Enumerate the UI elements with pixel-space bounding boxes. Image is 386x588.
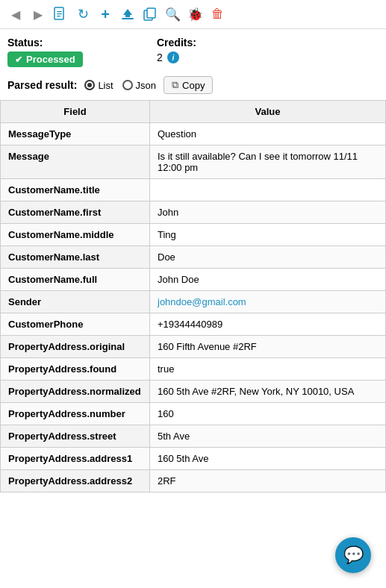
copy-button[interactable]: ⧉ Copy — [164, 76, 213, 94]
credits-info-icon[interactable]: i — [167, 51, 179, 63]
svg-rect-1 — [57, 11, 62, 12]
table-cell-value: true — [150, 358, 386, 381]
email-link[interactable]: johndoe@gmail.com — [158, 296, 246, 307]
table-row: CustomerName.fullJohn Doe — [1, 269, 386, 291]
radio-json-circle — [122, 80, 133, 90]
svg-rect-5 — [125, 15, 130, 17]
radio-list[interactable]: List — [84, 80, 113, 91]
svg-rect-8 — [147, 8, 155, 18]
table-cell-field: CustomerName.first — [1, 201, 150, 224]
table-cell-value: 5th Ave — [150, 425, 386, 448]
table-cell-value: Is it still available? Can I see it tomo… — [150, 146, 386, 179]
copy-button-icon: ⧉ — [172, 79, 178, 91]
radio-list-label: List — [98, 80, 113, 91]
table-cell-field: PropertyAddress.street — [1, 425, 150, 448]
svg-marker-4 — [123, 9, 132, 15]
table-cell-value: 160 Fifth Avenue #2RF — [150, 336, 386, 358]
data-table: Field Value MessageTypeQuestionMessageIs… — [0, 100, 386, 492]
table-row: PropertyAddress.address22RF — [1, 470, 386, 492]
table-row: Senderjohndoe@gmail.com — [1, 291, 386, 313]
status-section: Status: ✔ Processed Credits: 2 i — [0, 29, 386, 72]
radio-json-label: Json — [136, 80, 156, 91]
table-cell-value: 160 5th Ave — [150, 448, 386, 470]
svg-rect-2 — [57, 13, 62, 14]
chat-bubble[interactable]: 💬 — [335, 537, 371, 573]
table-row: PropertyAddress.normalized160 5th Ave #2… — [1, 381, 386, 403]
table-cell-value — [150, 179, 386, 201]
table-cell-field: MessageType — [1, 123, 150, 146]
toolbar: ◀ ▶ ↻ + 🔍 🐞 🗑 — [0, 0, 386, 29]
table-cell-field: CustomerName.full — [1, 269, 150, 291]
table-row: CustomerName.firstJohn — [1, 201, 386, 224]
status-badge-text: Processed — [26, 54, 75, 65]
table-cell-field: PropertyAddress.number — [1, 403, 150, 425]
copy-button-label: Copy — [182, 80, 205, 91]
table-row: PropertyAddress.address1160 5th Ave — [1, 448, 386, 470]
table-cell-value: John — [150, 201, 386, 224]
table-row: MessageTypeQuestion — [1, 123, 386, 146]
table-cell-field: PropertyAddress.normalized — [1, 381, 150, 403]
forward-icon[interactable]: ▶ — [30, 6, 46, 22]
delete-icon[interactable]: 🗑 — [209, 6, 225, 22]
refresh-icon[interactable]: ↻ — [75, 6, 91, 22]
status-badge: ✔ Processed — [7, 51, 83, 67]
table-row: CustomerName.title — [1, 179, 386, 201]
table-row: CustomerPhone+19344440989 — [1, 313, 386, 336]
table-row: PropertyAddress.foundtrue — [1, 358, 386, 381]
upload-icon[interactable] — [119, 6, 136, 22]
radio-list-circle — [84, 80, 95, 90]
table-cell-value: John Doe — [150, 269, 386, 291]
table-cell-value: 160 — [150, 403, 386, 425]
svg-rect-3 — [57, 16, 60, 16]
table-cell-field: CustomerName.title — [1, 179, 150, 201]
table-cell-field: CustomerName.middle — [1, 224, 150, 246]
table-row: CustomerName.lastDoe — [1, 246, 386, 269]
add-icon[interactable]: + — [97, 6, 113, 22]
parsed-result-row: Parsed result: List Json ⧉ Copy — [0, 72, 386, 100]
table-cell-field: Sender — [1, 291, 150, 313]
table-cell-field: PropertyAddress.original — [1, 336, 150, 358]
bug-icon[interactable]: 🐞 — [187, 6, 203, 22]
table-cell-field: PropertyAddress.address2 — [1, 470, 150, 492]
table-cell-value[interactable]: johndoe@gmail.com — [150, 291, 386, 313]
table-cell-value: Doe — [150, 246, 386, 269]
table-cell-value: 160 5th Ave #2RF, New York, NY 10010, US… — [150, 381, 386, 403]
check-icon: ✔ — [15, 54, 22, 65]
col-header-field: Field — [1, 101, 150, 123]
table-row: PropertyAddress.original160 Fifth Avenue… — [1, 336, 386, 358]
table-cell-field: CustomerPhone — [1, 313, 150, 336]
view-mode-radio-group: List Json — [84, 80, 156, 91]
table-cell-value: 2RF — [150, 470, 386, 492]
status-label: Status: — [7, 37, 157, 49]
duplicate-icon[interactable] — [142, 6, 158, 22]
credits-label: Credits: — [157, 37, 196, 49]
back-icon[interactable]: ◀ — [7, 6, 24, 22]
table-cell-field: PropertyAddress.found — [1, 358, 150, 381]
svg-rect-6 — [122, 18, 134, 19]
table-cell-field: CustomerName.last — [1, 246, 150, 269]
radio-json[interactable]: Json — [122, 80, 156, 91]
chat-bubble-icon: 💬 — [343, 545, 364, 565]
parsed-result-label: Parsed result: — [7, 79, 77, 91]
table-row: PropertyAddress.number160 — [1, 403, 386, 425]
table-container[interactable]: Field Value MessageTypeQuestionMessageIs… — [0, 100, 386, 492]
table-row: CustomerName.middleTing — [1, 224, 386, 246]
table-cell-field: PropertyAddress.address1 — [1, 448, 150, 470]
document-icon[interactable] — [52, 6, 69, 22]
col-header-value: Value — [150, 101, 386, 123]
search-icon[interactable]: 🔍 — [164, 6, 181, 22]
table-row: MessageIs it still available? Can I see … — [1, 146, 386, 179]
table-cell-value: Question — [150, 123, 386, 146]
table-row: PropertyAddress.street5th Ave — [1, 425, 386, 448]
table-cell-value: +19344440989 — [150, 313, 386, 336]
table-cell-field: Message — [1, 146, 150, 179]
table-cell-value: Ting — [150, 224, 386, 246]
credits-number: 2 — [157, 51, 163, 63]
